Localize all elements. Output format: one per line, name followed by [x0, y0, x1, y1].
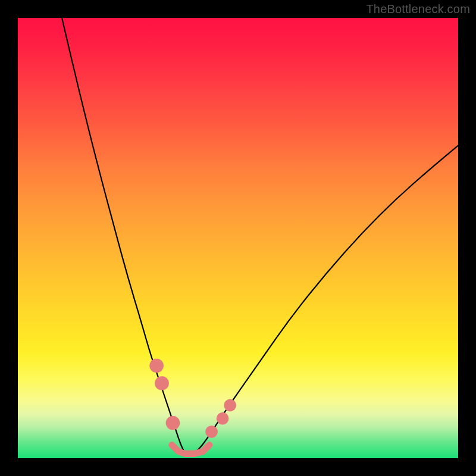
- right-dot-1: [205, 425, 218, 438]
- right-dot-3: [224, 399, 236, 412]
- plot-area: [18, 18, 458, 458]
- curve-markers: [149, 359, 236, 438]
- bottom-marker-band: [172, 445, 209, 454]
- left-dot-3: [166, 416, 180, 430]
- chart-frame: TheBottleneck.com: [0, 0, 476, 476]
- curve-svg: [18, 18, 458, 458]
- watermark-text: TheBottleneck.com: [366, 2, 470, 16]
- left-dot-2: [155, 376, 169, 390]
- right-dot-2: [217, 412, 229, 425]
- left-dot-1: [149, 359, 164, 373]
- bottleneck-curve: [62, 18, 458, 454]
